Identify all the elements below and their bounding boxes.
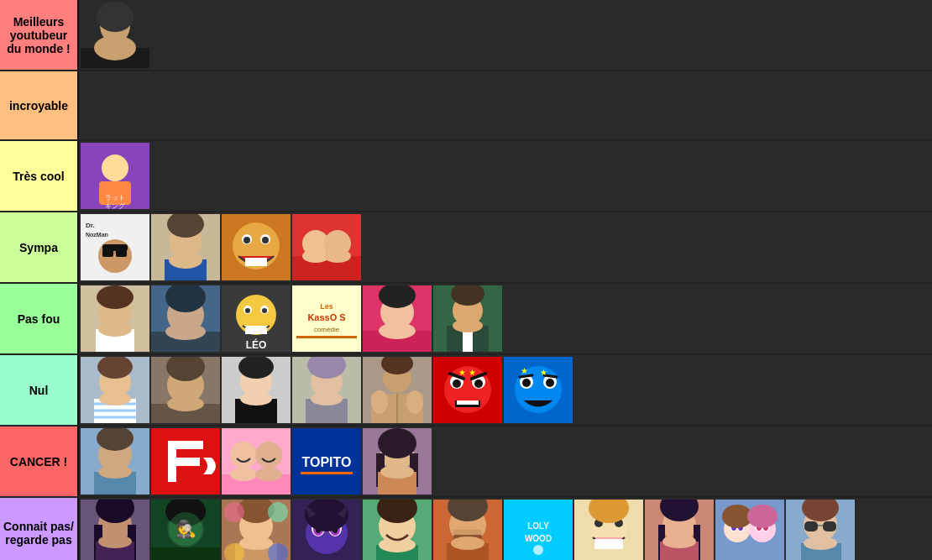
tier-items-s	[77, 0, 932, 70]
tier-item[interactable]	[574, 500, 643, 560]
svg-rect-16	[102, 249, 113, 257]
tier-item[interactable]	[363, 357, 432, 423]
tier-item[interactable]: Dr. NozMan	[81, 214, 149, 280]
svg-point-162	[224, 502, 244, 522]
tier-item[interactable]	[222, 214, 291, 280]
svg-text:comédie: comédie	[314, 326, 340, 333]
svg-point-93	[311, 392, 343, 406]
svg-text:ラット: ラット	[105, 194, 125, 201]
svg-point-132	[230, 468, 257, 481]
svg-point-2	[97, 2, 134, 32]
tier-item[interactable]: TOPITO	[292, 428, 361, 495]
svg-point-129	[230, 442, 257, 468]
tier-item[interactable]: LÉO	[222, 285, 291, 352]
tier-label-d: Pas fou	[0, 284, 77, 353]
svg-text:🕵: 🕵	[175, 519, 196, 539]
svg-rect-111	[457, 400, 479, 405]
tier-label-g: Connait pas/ regarde pas	[0, 498, 77, 560]
svg-point-150	[98, 535, 132, 548]
tier-item[interactable]	[645, 500, 714, 560]
tier-item[interactable]	[363, 285, 432, 352]
tier-item[interactable]	[81, 428, 149, 495]
svg-point-190	[533, 545, 543, 555]
tier-item[interactable]	[363, 428, 432, 495]
tier-item[interactable]	[222, 500, 291, 560]
tier-item[interactable]	[151, 285, 220, 352]
svg-text:Les: Les	[320, 302, 333, 311]
svg-point-203	[662, 535, 696, 548]
tier-item[interactable]	[222, 428, 291, 495]
svg-point-133	[255, 468, 282, 481]
svg-point-83	[167, 396, 204, 411]
tier-label-f: CANCER !	[0, 427, 77, 496]
tier-row-g: Connait pas/ regarde pas	[0, 498, 932, 560]
tier-row-e: Nul	[0, 355, 932, 427]
tier-item[interactable]	[715, 500, 784, 560]
svg-text:WOOD: WOOD	[525, 534, 552, 543]
tier-label-e: Nul	[0, 355, 77, 425]
tier-item[interactable]: ★ ★	[504, 357, 573, 423]
tier-item[interactable]	[363, 500, 432, 560]
tier-item[interactable]	[292, 500, 361, 560]
tier-item[interactable]	[292, 357, 361, 423]
tier-items-e: ★ ★	[77, 355, 932, 425]
svg-point-52	[262, 308, 267, 313]
tier-item[interactable]	[81, 500, 149, 560]
svg-rect-59	[296, 336, 357, 338]
tier-label-a: incroyable	[0, 71, 77, 139]
tier-item[interactable]	[222, 357, 291, 423]
svg-point-99	[371, 390, 388, 414]
tier-item[interactable]: ラット キング	[81, 143, 149, 209]
svg-point-64	[379, 322, 416, 339]
svg-rect-53	[245, 327, 267, 334]
tier-item[interactable]: 🕵	[151, 500, 220, 560]
tier-item[interactable]	[786, 500, 855, 560]
tier-item[interactable]: ★ ★	[433, 357, 502, 423]
tier-item[interactable]: Les KassO S comédie	[292, 285, 361, 352]
svg-point-51	[245, 308, 250, 313]
svg-point-4	[94, 35, 136, 60]
svg-point-216	[747, 505, 778, 528]
svg-point-23	[169, 252, 202, 269]
tier-row-s: Meilleurs youtubeur du monde !	[0, 0, 932, 71]
tier-row-a: incroyable	[0, 71, 932, 141]
tier-item[interactable]	[151, 357, 220, 423]
tier-items-g: 🕵	[77, 498, 932, 560]
svg-point-7	[102, 154, 128, 181]
svg-text:★: ★	[469, 368, 476, 377]
svg-text:★: ★	[458, 368, 466, 377]
tier-item[interactable]: LOLY WOOD	[504, 500, 573, 560]
tier-item[interactable]	[81, 2, 149, 68]
tier-row-d: Pas fou	[0, 284, 932, 355]
svg-rect-136	[301, 472, 353, 474]
svg-point-70	[453, 319, 483, 332]
svg-text:キング: キング	[105, 202, 126, 209]
svg-rect-184	[453, 530, 482, 535]
svg-rect-220	[804, 521, 818, 531]
svg-point-41	[98, 322, 132, 337]
svg-text:KassO S: KassO S	[307, 312, 345, 322]
tier-items-b: ラット キング	[77, 141, 932, 211]
svg-point-116	[522, 379, 531, 387]
svg-point-161	[239, 536, 273, 550]
svg-rect-154	[151, 547, 220, 560]
tier-item[interactable]	[81, 285, 149, 352]
tier-row-c: Sympa Dr. NozMan	[0, 212, 932, 284]
tier-item[interactable]	[292, 214, 361, 280]
svg-point-224	[804, 536, 837, 550]
tier-label-s: Meilleurs youtubeur du monde !	[0, 0, 77, 70]
tier-item[interactable]	[433, 500, 502, 560]
svg-text:LÉO: LÉO	[246, 338, 267, 351]
tier-item[interactable]	[151, 214, 220, 280]
svg-point-46	[165, 323, 206, 340]
svg-text:LOLY: LOLY	[527, 521, 549, 531]
svg-point-105	[453, 379, 461, 388]
tier-item[interactable]	[151, 428, 220, 495]
tier-item[interactable]	[433, 285, 502, 352]
svg-text:★: ★	[540, 368, 547, 377]
svg-point-36	[324, 249, 351, 263]
tier-item[interactable]	[81, 357, 149, 423]
svg-text:★: ★	[521, 366, 528, 375]
svg-point-130	[255, 442, 282, 468]
tier-row-f: CANCER !	[0, 427, 932, 498]
